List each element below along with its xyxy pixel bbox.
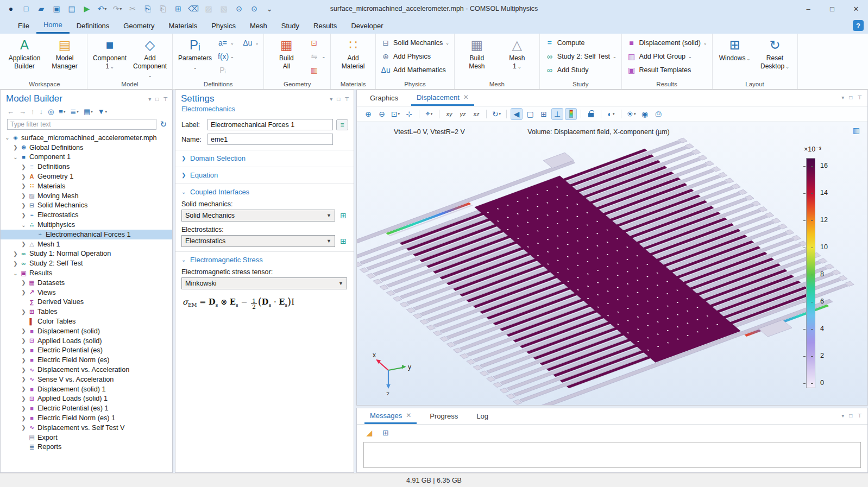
tree-item[interactable]: ❯↗Views — [1, 288, 172, 298]
collapse-panel-icon[interactable]: ▾ — [148, 96, 151, 102]
tree-item[interactable]: ∑Derived Values — [1, 298, 172, 307]
redo-icon[interactable]: ↷▾ — [111, 2, 124, 15]
tree-item[interactable]: ≣Reports — [1, 442, 172, 452]
tree-item[interactable]: ⌄■Component 1 — [1, 153, 172, 162]
graphics-tab-displacement[interactable]: Displacement✕ — [411, 90, 474, 106]
lock-view-icon[interactable] — [585, 108, 597, 120]
parameter-case-button[interactable]: Pᵢ — [216, 64, 229, 76]
tree-item[interactable]: ❯∿Displacement vs. Self Test V — [1, 423, 172, 433]
plot-area[interactable]: VtestL=0 V, VtestR=2 V Volume: Displacem… — [357, 122, 867, 405]
view-yz-icon[interactable]: yz — [457, 108, 469, 120]
close-tab-icon[interactable]: ✕ — [463, 93, 469, 101]
view-xy-icon[interactable]: xy — [443, 108, 455, 120]
environment-reflections-icon[interactable]: ◐▾ — [605, 108, 617, 120]
tree-item[interactable]: ❯■Displacement (solid) 1 — [1, 384, 172, 394]
comsol-app-icon[interactable]: ● — [4, 2, 17, 15]
filter-icon[interactable]: ▼▾ — [98, 107, 107, 116]
scene-light-icon[interactable]: ☀▾ — [625, 108, 637, 120]
tree-item[interactable]: ▌Color Tables — [1, 317, 172, 326]
add-solid-interface-icon[interactable]: ⊞ — [338, 211, 348, 220]
import-geometry-button[interactable]: ⊡ — [307, 37, 320, 49]
section-domain-selection[interactable]: ❯ Domain Selection — [175, 150, 354, 163]
float-panel-icon[interactable]: □ — [155, 96, 159, 102]
plot-image-icon[interactable]: ▥ — [853, 126, 860, 135]
stress-tensor-select[interactable]: Minkowski ▼ — [181, 277, 347, 289]
tree-item[interactable]: ❯∞Study 2: Self Test — [1, 258, 172, 268]
tree-item[interactable]: ❯■Electric Potential (es) — [1, 346, 172, 356]
minimize-button[interactable]: – — [796, 0, 820, 17]
tree-item[interactable]: ❯∞Study 1: Normal Operation — [1, 249, 172, 259]
nonlocal-couplings-button[interactable]: Δu⌄ — [241, 37, 261, 49]
color-legend-toggle-icon[interactable] — [565, 108, 577, 120]
float-panel-icon[interactable]: □ — [849, 94, 852, 100]
add-material-button[interactable]: ∷AddMaterial — [334, 35, 372, 77]
delete-icon[interactable]: ⌫ — [187, 2, 200, 15]
copy-icon[interactable]: ⎘ — [141, 2, 154, 15]
zoom-extents-icon[interactable]: ⊹ — [403, 108, 415, 120]
run-icon[interactable]: ▶ — [80, 2, 93, 15]
collapse-nodes-icon[interactable]: ≣▾ — [70, 107, 78, 116]
model-tree-node-text-icon[interactable]: ▤▾ — [84, 107, 93, 116]
plot-group-select-button[interactable]: ■Displacement (solid)⌄ — [625, 37, 709, 49]
cut-icon[interactable]: ✂ — [126, 2, 139, 15]
new-file-icon[interactable]: □ — [20, 2, 33, 15]
add-physics-button[interactable]: ⊛Add Physics — [379, 50, 432, 62]
tree-item[interactable]: ❯▦Datasets — [1, 278, 172, 288]
pin-panel-icon[interactable]: ⊤ — [344, 96, 349, 102]
clear-messages-icon[interactable]: ◢ — [363, 427, 375, 439]
rotate-view-icon[interactable]: ↻▾ — [490, 108, 502, 120]
menu-study[interactable]: Study — [274, 17, 306, 34]
open-in-window-icon[interactable]: ⊞ — [380, 427, 392, 439]
pin-panel-icon[interactable]: ⊤ — [163, 96, 168, 102]
section-equation[interactable]: ❯ Equation — [175, 167, 354, 180]
section-coupled-interfaces[interactable]: ⌄ Coupled Interfaces — [175, 184, 354, 197]
settings-subtitle[interactable]: Electromechanics — [175, 105, 354, 117]
undo-icon[interactable]: ↶▾ — [96, 2, 109, 15]
tree-item[interactable]: ❯∿Sense V vs. Acceleration — [1, 375, 172, 384]
tree-item[interactable]: ❯⊕Global Definitions — [1, 143, 172, 153]
study-select-button[interactable]: ∞Study 2: Self Test⌄ — [543, 50, 618, 62]
menu-definitions[interactable]: Definitions — [70, 17, 117, 34]
open-file-icon[interactable]: ▰ — [35, 2, 48, 15]
more-commands-icon[interactable]: ⌄ — [263, 2, 276, 15]
menu-physics[interactable]: Physics — [204, 17, 243, 34]
tree-item[interactable]: ❯■Electric Field Norm (es) 1 — [1, 413, 172, 423]
tree-item[interactable]: ❯■Electric Potential (es) 1 — [1, 403, 172, 413]
tree-filter-input[interactable] — [7, 119, 156, 130]
view-xz-icon[interactable]: xz — [470, 108, 482, 120]
tree-item[interactable]: ❯⌁Electrostatics — [1, 210, 172, 220]
variables-button[interactable]: a=⌄ — [216, 37, 236, 49]
section-electromagnetic-stress[interactable]: ⌄ Electromagnetic Stress — [175, 251, 354, 265]
save-icon[interactable]: ▣ — [50, 2, 63, 15]
float-panel-icon[interactable]: □ — [849, 413, 852, 419]
add-es-interface-icon[interactable]: ⊞ — [338, 237, 348, 245]
zoom-box-icon[interactable]: ⊡▾ — [389, 108, 401, 120]
duplicate-icon[interactable]: ⊞ — [172, 2, 185, 15]
rename-icon[interactable]: ≡ — [336, 119, 348, 130]
messages-tab-messages[interactable]: Messages✕ — [364, 408, 417, 424]
tree-item[interactable]: ❯∷Materials — [1, 181, 172, 191]
tree-item[interactable]: ❯∿Displacement vs. Acceleration — [1, 365, 172, 375]
tree-item[interactable]: ❯■Displacement (solid) — [1, 326, 172, 336]
tree-item[interactable]: ❯⊡Applied Loads (solid) — [1, 336, 172, 346]
back-icon[interactable]: ← — [7, 107, 14, 116]
component-1-button[interactable]: ■Component1 ⌄ — [91, 35, 129, 77]
grid-toggle-icon[interactable]: ⊞ — [538, 108, 550, 120]
menu-developer[interactable]: Developer — [344, 17, 390, 34]
parameters-button[interactable]: PᵢParameters ⌄ — [176, 35, 214, 77]
disabled-tool-1-icon[interactable]: ▨ — [202, 2, 215, 15]
pin-panel-icon[interactable]: ⊤ — [857, 413, 862, 419]
tree-item[interactable]: ❯⊡Applied Loads (solid) 1 — [1, 394, 172, 404]
application-builder-button[interactable]: AApplicationBuilder — [5, 35, 43, 77]
compute-button[interactable]: =Compute — [543, 37, 587, 49]
label-field[interactable] — [207, 119, 333, 130]
reset-desktop-button[interactable]: ↻ResetDesktop ⌄ — [756, 35, 794, 77]
tree-item[interactable]: ❯■Electric Field Norm (es) — [1, 355, 172, 365]
close-button[interactable]: ✕ — [844, 0, 868, 17]
tree-item[interactable]: ❯AGeometry 1 — [1, 172, 172, 181]
model-manager-button[interactable]: ▤ModelManager — [46, 35, 84, 77]
accelerometer-3d-model[interactable] — [357, 122, 865, 405]
pin-panel-icon[interactable]: ⊤ — [857, 94, 862, 100]
help-icon[interactable]: ? — [853, 20, 864, 31]
windows-button[interactable]: ⊞Windows ⌄ — [716, 35, 754, 77]
